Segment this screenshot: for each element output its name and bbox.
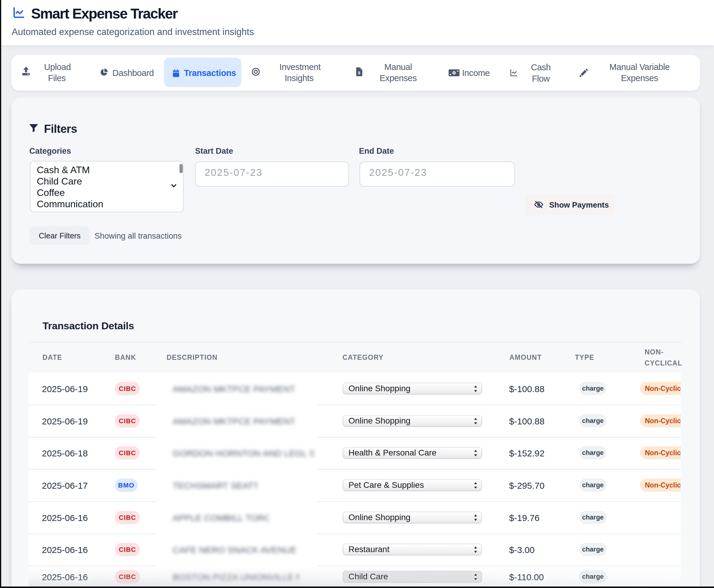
svg-text:$: $ [358,70,360,75]
